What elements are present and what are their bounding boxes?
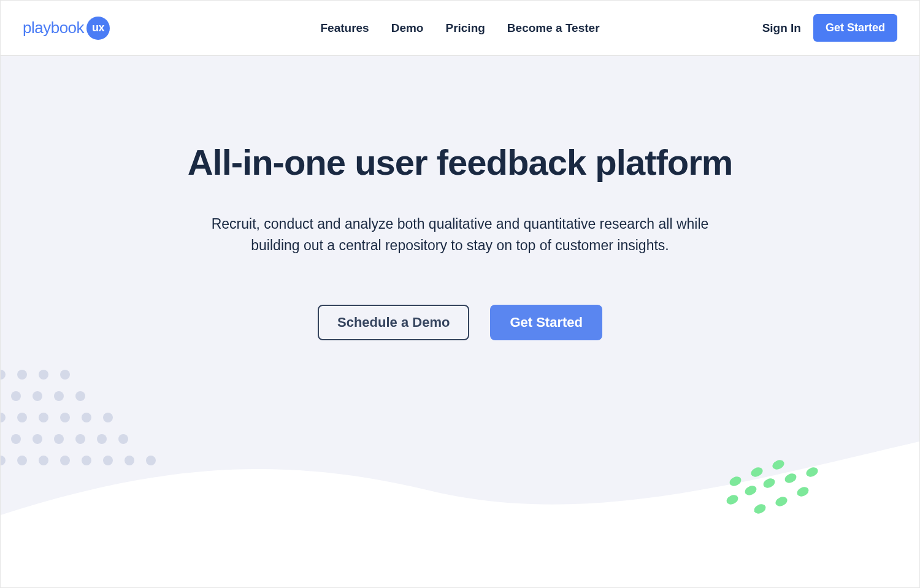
svg-point-30	[725, 493, 740, 506]
svg-point-33	[749, 465, 764, 478]
nav-demo[interactable]: Demo	[391, 21, 424, 35]
svg-point-39	[795, 485, 810, 498]
svg-point-2	[39, 370, 48, 380]
svg-point-3	[60, 370, 70, 380]
main-nav: Features Demo Pricing Become a Tester	[320, 21, 599, 35]
signin-link[interactable]: Sign In	[762, 21, 801, 35]
logo-text: playbook	[23, 18, 84, 37]
logo[interactable]: playbook ux	[23, 17, 110, 40]
get-started-button-header[interactable]: Get Started	[813, 14, 897, 42]
svg-point-31	[728, 475, 743, 487]
green-dots-decoration-icon	[723, 454, 821, 521]
hero-section: All-in-one user feedback platform Recrui…	[1, 56, 919, 588]
svg-point-35	[771, 458, 786, 471]
svg-point-5	[11, 391, 21, 401]
svg-point-36	[753, 502, 767, 515]
logo-badge: ux	[86, 17, 110, 40]
svg-point-34	[762, 476, 776, 489]
svg-point-8	[75, 391, 85, 401]
hero-actions: Schedule a Demo Get Started	[1, 305, 919, 340]
svg-point-38	[783, 472, 798, 484]
get-started-button-hero[interactable]: Get Started	[490, 305, 602, 340]
header: playbook ux Features Demo Pricing Become…	[1, 1, 919, 56]
svg-point-40	[805, 465, 819, 478]
svg-point-1	[17, 370, 27, 380]
header-actions: Sign In Get Started	[762, 14, 897, 42]
schedule-demo-button[interactable]: Schedule a Demo	[318, 305, 469, 340]
svg-point-6	[33, 391, 42, 401]
hero-subtitle: Recruit, conduct and analyze both qualit…	[205, 213, 715, 256]
svg-point-37	[774, 495, 789, 508]
svg-point-32	[743, 484, 758, 497]
svg-point-7	[54, 391, 64, 401]
nav-pricing[interactable]: Pricing	[445, 21, 485, 35]
svg-point-0	[1, 370, 6, 380]
nav-features[interactable]: Features	[320, 21, 369, 35]
nav-become-tester[interactable]: Become a Tester	[507, 21, 600, 35]
hero-title: All-in-one user feedback platform	[1, 142, 919, 183]
